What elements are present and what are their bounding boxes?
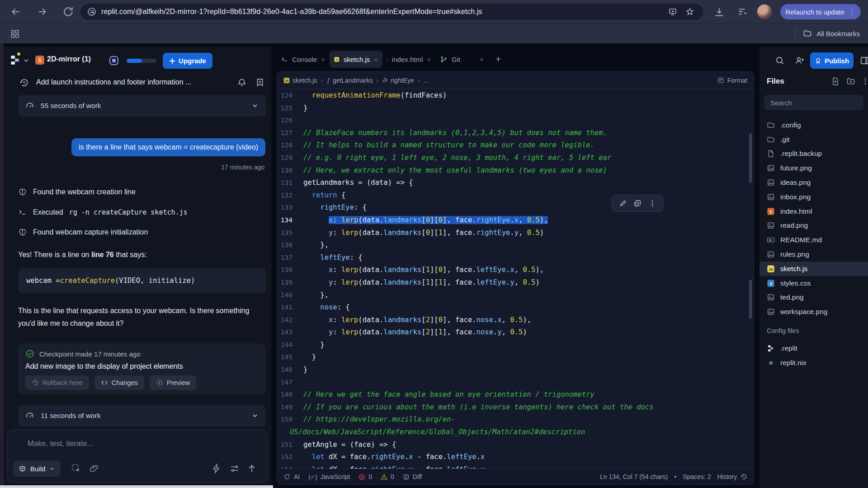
chevron-down-icon[interactable] (23, 57, 30, 64)
errors-status[interactable]: 0 (359, 473, 372, 480)
chevron-down-icon[interactable] (251, 412, 259, 419)
code-line[interactable]: 137 leftEye: { (277, 252, 754, 264)
close-icon[interactable]: × (321, 56, 325, 63)
code-area[interactable]: 124 requestAnimationFrame(findFaces)125}… (277, 89, 754, 469)
file-item-ideas-png[interactable]: ideas.png (760, 175, 868, 190)
code-line[interactable]: 139 y: lerp(data.landmarks[1][1], face.l… (277, 277, 754, 289)
file-item--replit-backup[interactable]: .replit.backup (760, 147, 868, 161)
new-chat-icon[interactable] (255, 78, 265, 88)
profile-avatar[interactable] (757, 4, 772, 19)
url-text[interactable]: replit.com/@alfkeih/2D-mirror-1?replId=8… (101, 8, 482, 16)
code-line[interactable]: 143 y: lerp(data.landmarks[2][1], face.n… (277, 326, 754, 339)
rollback-button[interactable]: Rollback here (25, 375, 89, 390)
search-icon[interactable] (775, 56, 785, 66)
upgrade-button[interactable]: Upgrade (163, 53, 212, 69)
agent-prompt-input[interactable] (28, 436, 258, 450)
copy-insert-icon[interactable] (633, 199, 642, 207)
media-controls-icon[interactable] (737, 6, 749, 18)
file-item-workspace-png[interactable]: workspace.png (760, 305, 868, 319)
ai-edit-pen-icon[interactable] (619, 199, 627, 207)
file-item-rules-png[interactable]: rules.png (760, 247, 868, 262)
publish-button[interactable]: Publish (810, 52, 854, 69)
breadcrumb-file[interactable]: JS sketch.js (283, 77, 317, 84)
kebab-menu-icon[interactable] (861, 77, 868, 86)
code-line[interactable]: 130// Here, we extract only the most use… (277, 164, 754, 177)
code-line[interactable]: 125} (277, 102, 754, 115)
file-item-index-html[interactable]: 5index.html (760, 204, 868, 219)
code-line[interactable]: 146} (277, 364, 754, 376)
code-line[interactable]: 153 let dY = face.rightEye.y - face.left… (277, 464, 754, 469)
file-item-replit-nix[interactable]: ❄replit.nix (760, 356, 868, 370)
history-button[interactable]: History (717, 473, 747, 480)
close-icon[interactable]: × (427, 56, 431, 63)
project-title[interactable]: 2D-mirror (1) (47, 55, 91, 63)
code-line[interactable]: 131getLandmarks = (data) => { (277, 177, 754, 189)
ai-status[interactable]: AI (283, 473, 300, 480)
file-item-inbox-png[interactable]: inbox.png (760, 190, 868, 204)
changes-button[interactable]: Changes (94, 375, 144, 390)
install-app-icon[interactable] (668, 7, 677, 16)
format-button[interactable]: Format (717, 77, 747, 84)
code-line[interactable]: 145 } (277, 351, 754, 364)
code-line[interactable]: 135 y: lerp(data.landmarks[0][1], face.r… (277, 227, 754, 239)
code-line[interactable]: 138 x: lerp(data.landmarks[1][0], face.l… (277, 264, 754, 277)
code-line[interactable]: US/docs/Web/JavaScript/Reference/Global_… (277, 426, 754, 439)
send-arrow-up-icon[interactable] (246, 463, 257, 474)
reload-icon[interactable] (62, 6, 74, 18)
work-summary-top[interactable]: 55 seconds of work (18, 95, 266, 117)
code-line[interactable]: 152 let dX = face.rightEye.x - face.left… (277, 451, 754, 464)
editor-scrollbar-thumb[interactable] (749, 280, 752, 319)
all-bookmarks[interactable]: All Bookmarks (795, 28, 860, 38)
replit-logo-icon[interactable] (9, 54, 21, 66)
code-line[interactable]: 133 rightEye: { (277, 202, 754, 214)
tab-index-html[interactable]: 5 index.html × (382, 51, 435, 68)
code-line[interactable]: 148// Here we get the face angle based o… (277, 389, 754, 401)
apps-grid-icon[interactable] (10, 29, 20, 39)
breadcrumb-property[interactable]: rightEye (382, 77, 414, 84)
file-item-ted-png[interactable]: ted.png (760, 291, 868, 305)
code-line[interactable]: 144 } (277, 339, 754, 352)
code-line[interactable]: 124 requestAnimationFrame(findFaces) (277, 89, 754, 102)
breadcrumb-more[interactable]: ... (423, 77, 429, 84)
spaces-setting[interactable]: Spaces: 2 (683, 473, 711, 480)
kebab-menu-icon[interactable]: ⋮ (849, 8, 856, 16)
file-item-readme-md[interactable]: M↓README.md (760, 233, 868, 247)
notifications-bell-icon[interactable] (237, 78, 247, 88)
code-line[interactable]: 127// BlazeFace numbers its landmarks (0… (277, 127, 754, 140)
file-item-styles-css[interactable]: 3styles.css (760, 276, 868, 291)
code-line[interactable]: 150// https://developer.mozilla.org/en- (277, 413, 754, 426)
relaunch-button[interactable]: Relaunch to update ⋮ (780, 4, 861, 19)
code-line[interactable]: 140 }, (277, 289, 754, 302)
preview-button[interactable]: Preview (150, 375, 197, 390)
forward-icon[interactable] (36, 6, 48, 18)
file-item-read-png[interactable]: read.png (760, 219, 868, 233)
address-bar[interactable]: replit.com/@alfkeih/2D-mirror-1?replId=8… (80, 4, 703, 20)
code-line[interactable]: 136 }, (277, 239, 754, 252)
settings-sliders-icon[interactable] (229, 463, 240, 474)
editor-scrollbar-thumb[interactable] (749, 133, 752, 183)
history-icon[interactable] (19, 78, 29, 88)
breadcrumb-function[interactable]: ƒ getLandmarks (326, 77, 373, 84)
work-summary-bottom[interactable]: 11 seconds of work (18, 405, 266, 427)
kebab-menu-icon[interactable] (648, 199, 656, 207)
tab-console[interactable]: Console × (277, 51, 330, 68)
close-icon[interactable]: × (374, 56, 378, 63)
warnings-status[interactable]: 0 (381, 473, 394, 480)
tab-sketch-js[interactable]: JS sketch.js × (330, 51, 382, 68)
code-line[interactable]: 129// e.g. 0 right eye, 1 left eye, 2 no… (277, 152, 754, 164)
code-line[interactable]: 147 (277, 376, 754, 389)
tab-git[interactable]: Git × (435, 51, 488, 68)
power-bolt-icon[interactable] (211, 463, 222, 474)
chat-session-title[interactable]: Add launch instructions and footer infor… (36, 78, 191, 86)
code-line[interactable]: 151getAngle = (face) => { (277, 439, 754, 451)
file-item-future-png[interactable]: future.png (760, 161, 868, 175)
cursor-position[interactable]: Ln 134, Col 7 (54 chars) (600, 473, 668, 480)
bookmark-star-icon[interactable] (685, 7, 694, 16)
element-select-icon[interactable] (71, 463, 82, 474)
attachment-paperclip-icon[interactable] (89, 463, 100, 474)
new-tab-icon[interactable]: + (495, 54, 501, 65)
new-file-icon[interactable] (831, 77, 840, 86)
build-mode-button[interactable]: Build (13, 460, 61, 477)
code-line[interactable]: 149// If you are curious about the math … (277, 401, 754, 414)
diff-toggle[interactable]: Diff (403, 473, 422, 480)
